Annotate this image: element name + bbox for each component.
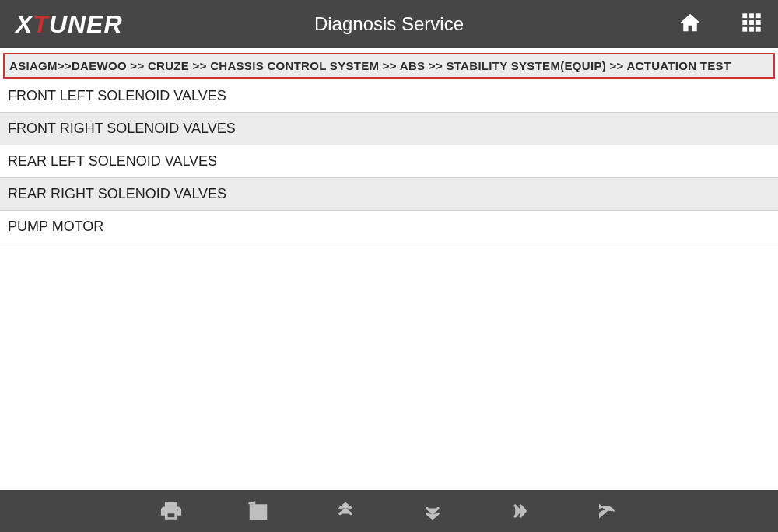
list-item[interactable]: REAR RIGHT SOLENOID VALVES [0,178,778,211]
back-icon[interactable] [593,497,621,525]
list-item[interactable]: PUMP MOTOR [0,211,778,243]
apps-grid-icon[interactable] [741,12,762,37]
logo-x: X [16,10,33,39]
screenshot-icon[interactable] [244,497,272,525]
svg-rect-5 [756,20,761,25]
svg-rect-2 [756,13,761,18]
list-item[interactable]: FRONT RIGHT SOLENOID VALVES [0,113,778,145]
svg-rect-3 [742,20,747,25]
svg-rect-0 [742,13,747,18]
scroll-up-icon[interactable] [331,497,359,525]
header: XTUNER Diagnosis Service [0,0,778,48]
list-item[interactable]: REAR LEFT SOLENOID VALVES [0,145,778,178]
list-item[interactable]: FRONT LEFT SOLENOID VALVES [0,80,778,113]
svg-rect-6 [742,27,747,32]
print-icon[interactable] [157,497,185,525]
breadcrumb: ASIAGM>>DAEWOO >> CRUZE >> CHASSIS CONTR… [3,53,775,79]
logo-rest: UNER [49,10,123,39]
footer-toolbar [0,490,778,532]
logo: XTUNER [16,10,123,39]
actuation-test-list: FRONT LEFT SOLENOID VALVES FRONT RIGHT S… [0,80,778,243]
header-actions [677,11,762,37]
page-title: Diagnosis Service [314,13,464,35]
forward-icon[interactable] [506,497,534,525]
home-icon[interactable] [677,11,703,37]
svg-rect-1 [749,13,754,18]
svg-rect-7 [749,27,754,32]
svg-rect-8 [756,27,761,32]
scroll-down-icon[interactable] [419,497,447,525]
logo-t: T [33,10,49,39]
svg-rect-4 [749,20,754,25]
